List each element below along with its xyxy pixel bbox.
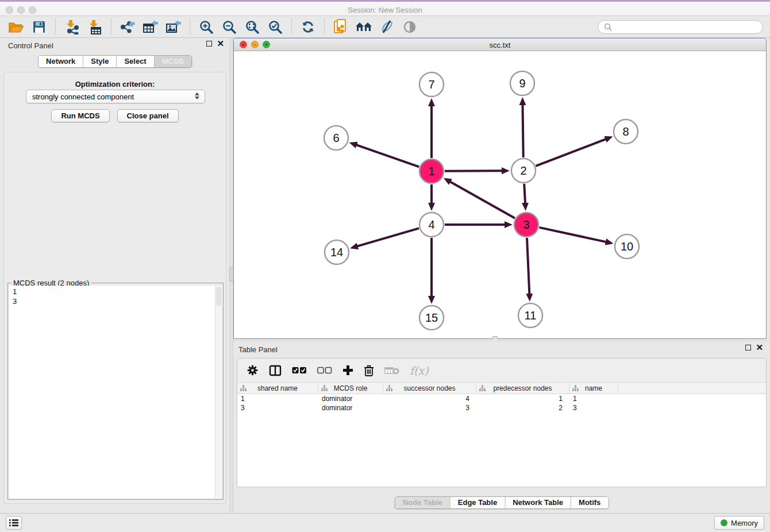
delete-column-button[interactable] — [364, 365, 374, 376]
float-panel-icon[interactable] — [206, 41, 212, 47]
search-input[interactable] — [615, 23, 757, 31]
node-label: 11 — [525, 309, 537, 322]
search-box[interactable] — [598, 20, 763, 34]
column-header-name[interactable]: name — [569, 383, 618, 394]
tab-style[interactable]: Style — [83, 56, 116, 67]
zoom-in-icon — [199, 20, 214, 34]
refresh-icon — [301, 20, 315, 34]
mcds-panel: Optimization criterion: strongly connect… — [3, 72, 226, 504]
first-neighbors-button[interactable] — [354, 18, 374, 36]
edge-3-1[interactable] — [450, 182, 515, 218]
export-image-button[interactable] — [164, 18, 183, 36]
open-session-button[interactable] — [6, 18, 26, 36]
unchecked-boxes-icon — [317, 367, 332, 374]
memory-label: Memory — [731, 519, 758, 527]
zoom-selected-button[interactable] — [265, 18, 285, 36]
edge-2-9[interactable] — [522, 105, 523, 157]
node-label: 2 — [520, 164, 526, 177]
function-builder-button[interactable]: f(x) — [410, 364, 429, 377]
attribute-type-icon — [240, 385, 247, 394]
edge-1-6[interactable] — [356, 145, 419, 167]
table-panel: Table Panel ✕ — [233, 342, 770, 513]
column-label: successor nodes — [403, 384, 455, 392]
attribute-type-icon — [321, 385, 328, 394]
zoom-in-button[interactable] — [197, 18, 216, 36]
zoom-selected-icon — [268, 20, 283, 34]
column-header-successor-nodes[interactable]: successor nodes — [383, 383, 476, 394]
app-titlebar: Session: New Session — [0, 0, 770, 16]
mcds-result-text[interactable]: 1 3 — [9, 286, 215, 498]
table-cell[interactable]: 4 — [383, 394, 476, 403]
zoom-out-button[interactable] — [220, 18, 239, 36]
task-history-button[interactable] — [6, 516, 22, 530]
edge-2-3[interactable] — [524, 184, 525, 203]
delete-table-button[interactable] — [384, 366, 399, 375]
column-header-predecessor-nodes[interactable]: predecessor nodes — [476, 383, 569, 394]
show-graphics-details-button[interactable] — [400, 18, 419, 36]
run-mcds-button[interactable]: Run MCDS — [51, 109, 109, 122]
tab-network-table[interactable]: Network Table — [505, 497, 571, 508]
table-cell[interactable]: dominator — [318, 403, 383, 413]
save-icon — [33, 21, 45, 33]
select-all-columns-button[interactable] — [292, 367, 307, 374]
unselect-all-columns-button[interactable] — [317, 367, 332, 374]
column-header-MCDS-role[interactable]: MCDS role — [318, 383, 383, 394]
edge-2-8[interactable] — [536, 139, 606, 166]
scrollbar[interactable] — [215, 286, 222, 498]
table-cell[interactable]: dominator — [318, 394, 383, 403]
zoom-fit-button[interactable] — [242, 18, 262, 36]
table-cell[interactable]: 3 — [383, 403, 476, 413]
tab-select[interactable]: Select — [116, 56, 153, 67]
tab-edge-table[interactable]: Edge Table — [450, 497, 505, 508]
tab-node-table[interactable]: Node Table — [395, 497, 450, 508]
export-network-button[interactable] — [118, 18, 137, 36]
apply-layout-button[interactable] — [298, 18, 318, 36]
edge-3-11[interactable] — [527, 238, 529, 294]
table-cell[interactable]: 1 — [476, 394, 569, 403]
edge-1-2[interactable] — [445, 171, 502, 171]
tab-network[interactable]: Network — [38, 56, 83, 67]
tab-mcds[interactable]: MCDS — [154, 56, 191, 67]
tab-motifs[interactable]: Motifs — [571, 497, 608, 508]
network-window: × − + scc.txt 7968124314101511 — [233, 38, 767, 339]
network-canvas[interactable]: 7968124314101511 — [234, 51, 766, 338]
attribute-type-icon — [386, 385, 392, 394]
close-panel-icon[interactable]: ✕ — [217, 40, 224, 47]
column-label: MCDS role — [334, 384, 368, 392]
show-column-button[interactable] — [269, 365, 282, 376]
network-window-titlebar[interactable]: × − + scc.txt — [234, 38, 766, 51]
close-panel-icon[interactable]: ✕ — [756, 344, 763, 351]
table-cell[interactable]: 3 — [569, 403, 618, 413]
table-cell[interactable]: 1 — [569, 394, 618, 403]
save-session-button[interactable] — [29, 18, 49, 36]
table-cell[interactable]: 1 — [237, 394, 318, 403]
edge-4-14[interactable] — [357, 228, 419, 246]
import-network-button[interactable] — [62, 18, 82, 36]
table-row[interactable]: 1dominator411 — [237, 394, 766, 403]
edge-3-10[interactable] — [539, 228, 606, 242]
table-cell[interactable]: 2 — [476, 403, 569, 413]
node-label: 8 — [622, 125, 629, 138]
network-graph: 7968124314101511 — [234, 51, 766, 338]
column-header-shared-name[interactable]: shared name — [237, 383, 318, 394]
close-panel-button[interactable]: Close panel — [117, 109, 179, 122]
mcds-result-group: MCDS result (2 nodes) 1 3 — [7, 283, 224, 500]
table-row[interactable]: 3dominator323 — [237, 403, 766, 413]
hide-graphics-details-button[interactable] — [377, 18, 396, 36]
export-table-button[interactable] — [141, 18, 160, 36]
node-label: 9 — [519, 77, 525, 90]
plus-icon — [342, 365, 353, 376]
column-label: predecessor nodes — [493, 384, 552, 392]
table-settings-button[interactable] — [247, 364, 259, 376]
node-table-body: 1dominator4113dominator323 — [237, 394, 766, 413]
new-network-from-selection-button[interactable] — [331, 18, 351, 36]
create-column-button[interactable] — [342, 365, 353, 376]
memory-status-icon — [721, 519, 727, 526]
float-panel-icon[interactable] — [745, 345, 751, 350]
criterion-dropdown[interactable]: strongly connected component — [26, 90, 205, 103]
column-label: name — [585, 384, 602, 392]
table-cell[interactable]: 3 — [237, 403, 318, 413]
control-panel-title: Control Panel — [8, 41, 53, 50]
import-table-button[interactable] — [85, 18, 105, 36]
memory-button[interactable]: Memory — [714, 516, 764, 530]
